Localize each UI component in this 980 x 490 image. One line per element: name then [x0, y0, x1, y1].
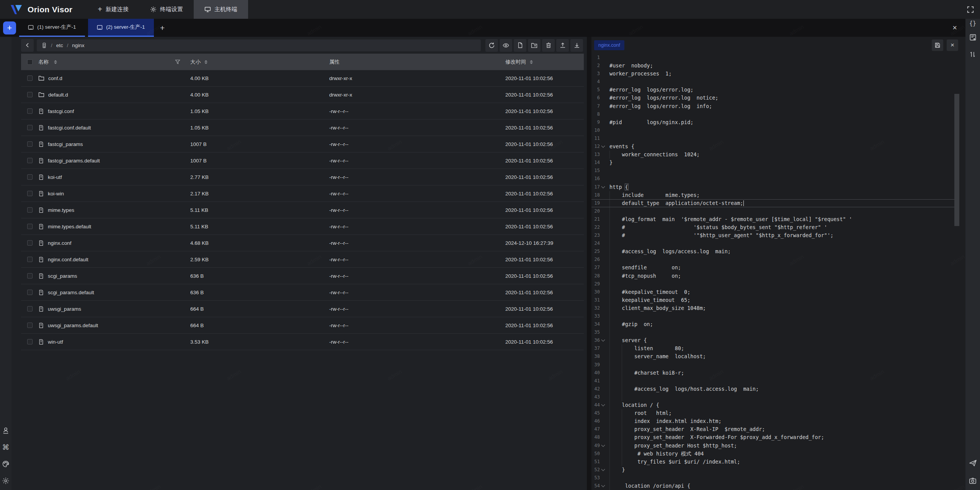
code-line[interactable]: 33 — [591, 312, 965, 320]
row-checkbox[interactable] — [27, 323, 33, 328]
file-row[interactable]: mime.types5.11 KB-rw-r--r--2020-11-01 10… — [21, 202, 584, 218]
code-line[interactable]: 26 — [591, 256, 965, 264]
row-checkbox[interactable] — [27, 75, 33, 81]
code-line[interactable]: 40 #charset koi8-r; — [591, 369, 965, 377]
fold-chevron-icon[interactable] — [600, 183, 606, 191]
save-icon[interactable] — [932, 39, 943, 51]
breadcrumb-segment-etc[interactable]: etc — [56, 43, 63, 48]
code-line[interactable]: 7#error_log logs/error.log info; — [591, 102, 965, 110]
code-line[interactable]: 17http { — [591, 183, 965, 191]
file-row[interactable]: fastcgi.conf1.05 KB-rw-r--r--2020-11-01 … — [21, 103, 584, 120]
row-checkbox[interactable] — [27, 273, 33, 279]
code-line[interactable]: 2#user nobody; — [591, 62, 965, 70]
menu-host-terminal[interactable]: 主机终端 — [194, 0, 248, 19]
fullscreen-icon[interactable] — [961, 0, 980, 19]
braces-icon[interactable]: {} — [969, 23, 976, 24]
fold-chevron-icon[interactable] — [600, 466, 606, 474]
camera-icon[interactable] — [969, 477, 977, 485]
file-row[interactable]: koi-win2.17 KB-rw-r--r--2020-11-01 10:02… — [21, 185, 584, 202]
code-editor[interactable]: 12#user nobody;3worker_processes 1;45#er… — [591, 54, 965, 490]
row-checkbox[interactable] — [27, 191, 33, 196]
file-name[interactable]: mime.types — [48, 207, 74, 213]
delete-icon[interactable] — [542, 39, 555, 52]
col-name-label[interactable]: 名称 — [38, 59, 49, 66]
code-line[interactable]: 29 — [591, 280, 965, 288]
code-line[interactable]: 47 proxy_set_header X-Real-IP $remote_ad… — [591, 425, 965, 433]
code-line[interactable]: 39 — [591, 361, 965, 369]
code-line[interactable]: 54 location /orion/api { — [591, 482, 965, 490]
code-line[interactable]: 42 #access_log logs/host.access.log main… — [591, 385, 965, 393]
file-row[interactable]: conf.d4.00 KBdrwxr-xr-x2020-11-01 10:02:… — [21, 70, 584, 87]
tab-server-2-active[interactable]: (2) server-生产-1 — [88, 19, 154, 37]
code-line[interactable]: 9#pid logs/nginx.pid; — [591, 118, 965, 126]
file-name[interactable]: nginx.conf.default — [48, 257, 88, 262]
code-line[interactable]: 21 #log_format main '$remote_addr - $rem… — [591, 215, 965, 223]
fold-chevron-icon[interactable] — [600, 442, 606, 450]
code-line[interactable]: 13 worker_connections 1024; — [591, 151, 965, 159]
code-line[interactable]: 19 default_type application/octet-stream… — [591, 199, 959, 207]
col-size-label[interactable]: 大小 — [190, 59, 201, 66]
row-checkbox[interactable] — [27, 174, 33, 180]
code-line[interactable]: 52 } — [591, 466, 965, 474]
code-line[interactable]: 43 — [591, 393, 965, 401]
row-checkbox[interactable] — [27, 92, 33, 97]
code-line[interactable]: 35 — [591, 328, 965, 336]
file-name[interactable]: koi-win — [48, 191, 64, 197]
code-line[interactable]: 36 server { — [591, 336, 965, 344]
code-line[interactable]: 28 #tcp_nopush on; — [591, 272, 965, 280]
code-line[interactable]: 12events { — [591, 143, 965, 151]
fold-chevron-icon[interactable] — [600, 336, 606, 344]
refresh-icon[interactable] — [485, 39, 498, 52]
file-name[interactable]: fastcgi.conf.default — [48, 125, 91, 131]
file-name[interactable]: default.d — [48, 92, 68, 98]
row-checkbox[interactable] — [27, 290, 33, 295]
file-name[interactable]: fastcgi.conf — [48, 108, 74, 114]
code-line[interactable]: 37 listen 80; — [591, 344, 965, 352]
row-checkbox[interactable] — [27, 224, 33, 229]
code-line[interactable]: 8 — [591, 110, 965, 118]
row-checkbox[interactable] — [27, 257, 33, 262]
sort-name-icon[interactable] — [54, 60, 57, 64]
palette-icon[interactable] — [2, 460, 10, 468]
code-line[interactable]: 32 client_max_body_size 1048m; — [591, 304, 965, 312]
code-line[interactable]: 5#error_log logs/error.log; — [591, 86, 965, 94]
file-row[interactable]: koi-utf2.77 KB-rw-r--r--2020-11-01 10:02… — [21, 169, 584, 185]
file-name[interactable]: mime.types.default — [48, 224, 91, 229]
close-panel-icon[interactable]: × — [952, 19, 957, 37]
code-line[interactable]: 18 include mime.types; — [591, 191, 965, 199]
code-line[interactable]: 30 #keepalive_timeout 0; — [591, 288, 965, 296]
settings-gear-icon[interactable] — [2, 477, 10, 485]
code-line[interactable]: 41 — [591, 377, 965, 385]
file-name[interactable]: uwsgi_params.default — [48, 323, 98, 328]
code-line[interactable]: 45 root html; — [591, 409, 965, 417]
breadcrumb-segment-nginx[interactable]: nginx — [72, 43, 84, 48]
file-row[interactable]: nginx.conf.default2.59 KB-rw-r--r--2020-… — [21, 251, 584, 268]
file-row[interactable]: mime.types.default5.11 KB-rw-r--r--2020-… — [21, 218, 584, 235]
code-line[interactable]: 4 — [591, 78, 965, 86]
preview-icon[interactable] — [500, 39, 512, 52]
row-checkbox[interactable] — [27, 141, 33, 147]
sort-size-icon[interactable] — [204, 60, 207, 64]
new-file-icon[interactable] — [514, 39, 526, 52]
editor-scrollbar[interactable] — [954, 94, 959, 226]
file-row[interactable]: fastcgi_params.default1007 B-rw-r--r--20… — [21, 152, 584, 169]
code-line[interactable]: 31 keepalive_timeout 65; — [591, 296, 965, 304]
code-line[interactable]: 48 proxy_set_header X-Forwarded-For $pro… — [591, 433, 965, 441]
fold-chevron-icon[interactable] — [600, 143, 606, 151]
command-icon[interactable]: ⌘ — [2, 444, 10, 451]
file-name[interactable]: fastcgi_params — [48, 141, 83, 147]
code-line[interactable]: 24 — [591, 239, 965, 247]
download-icon[interactable] — [570, 39, 583, 52]
row-checkbox[interactable] — [27, 240, 33, 246]
file-name[interactable]: scgi_params.default — [48, 290, 94, 295]
send-icon[interactable] — [969, 459, 977, 467]
code-line[interactable]: 22 # '$status $body_bytes_sent "$http_re… — [591, 223, 965, 231]
file-row[interactable]: nginx.conf4.68 KB-rw-r--r--2024-12-10 16… — [21, 235, 584, 251]
code-line[interactable]: 20 — [591, 207, 965, 215]
add-tab-button[interactable]: + — [160, 23, 165, 33]
file-row[interactable]: win-utf3.53 KB-rw-r--r--2020-11-01 10:02… — [21, 334, 584, 350]
row-checkbox[interactable] — [27, 125, 33, 130]
file-name[interactable]: fastcgi_params.default — [48, 158, 100, 164]
file-row[interactable]: scgi_params.default636 B-rw-r--r--2020-1… — [21, 284, 584, 301]
file-name[interactable]: scgi_params — [48, 273, 77, 279]
